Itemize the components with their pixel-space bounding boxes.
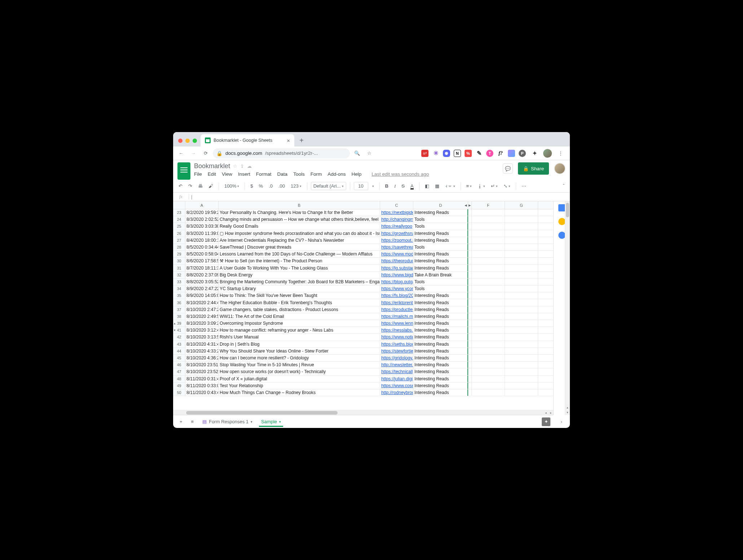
cell[interactable]: Interesting Reads bbox=[413, 348, 468, 354]
cell[interactable] bbox=[468, 327, 472, 333]
star-doc-icon[interactable]: ☆ bbox=[233, 163, 237, 169]
more-formats-button[interactable]: 123▾ bbox=[289, 182, 303, 190]
close-window-icon[interactable] bbox=[178, 139, 183, 143]
cell[interactable] bbox=[472, 382, 505, 389]
cell[interactable] bbox=[472, 251, 505, 257]
cell[interactable] bbox=[505, 313, 538, 320]
extensions-menu-icon[interactable]: ✦ bbox=[529, 148, 540, 158]
row-header[interactable]: 46 bbox=[173, 362, 185, 368]
row-header[interactable]: 42 bbox=[173, 334, 185, 340]
menu-file[interactable]: File bbox=[194, 171, 202, 177]
cell[interactable] bbox=[468, 292, 472, 299]
cell[interactable]: https://theproduc bbox=[380, 258, 413, 264]
cell[interactable] bbox=[505, 299, 538, 306]
cell[interactable] bbox=[505, 320, 538, 327]
cell[interactable]: Tools bbox=[413, 279, 468, 285]
cell[interactable] bbox=[472, 306, 505, 313]
menu-help[interactable]: Help bbox=[351, 171, 361, 177]
maximize-window-icon[interactable] bbox=[193, 139, 197, 143]
cell[interactable]: Drop in | Seth's Blog bbox=[219, 341, 380, 347]
cell[interactable] bbox=[468, 237, 472, 244]
cell[interactable]: 8/3/2020 3:03:30 bbox=[185, 223, 219, 229]
cell[interactable]: Are Internet Credentials Replacing the C… bbox=[219, 237, 380, 244]
cell[interactable] bbox=[468, 313, 472, 320]
cell[interactable] bbox=[505, 216, 538, 223]
cell[interactable]: Interesting Reads bbox=[413, 209, 468, 216]
group-collapse-icon[interactable]: ◂ bbox=[465, 202, 467, 208]
cell[interactable]: WW11: The Art of the Cold Email bbox=[219, 313, 380, 320]
collapse-toolbar-button[interactable]: ˆ bbox=[561, 182, 566, 190]
italic-button[interactable]: I bbox=[392, 182, 397, 190]
cell[interactable]: 8/10/2020 3:09:2 bbox=[185, 320, 219, 327]
row-header[interactable]: 48 bbox=[173, 376, 185, 382]
redo-button[interactable]: ↷ bbox=[186, 182, 194, 190]
cell[interactable] bbox=[505, 376, 538, 382]
cell[interactable]: Your Personality Is Changing. Here's How… bbox=[219, 209, 380, 216]
cell[interactable] bbox=[468, 285, 472, 292]
cell[interactable]: https://nextbigide bbox=[380, 209, 413, 216]
cell[interactable]: Big Desk Energy bbox=[219, 272, 380, 278]
cell[interactable]: Take A Brain Break bbox=[413, 272, 468, 278]
cell[interactable] bbox=[472, 223, 505, 229]
row-header[interactable]: 37 bbox=[173, 306, 185, 313]
cell[interactable] bbox=[468, 265, 472, 271]
row-header[interactable]: 44 bbox=[173, 348, 185, 354]
cell[interactable] bbox=[468, 279, 472, 285]
back-button[interactable]: ← bbox=[176, 148, 186, 158]
cell[interactable]: https://www.cose bbox=[380, 382, 413, 389]
cell[interactable]: 8/11/2020 0:33:0 bbox=[185, 382, 219, 389]
cell[interactable] bbox=[505, 230, 538, 237]
cell[interactable] bbox=[505, 265, 538, 271]
cell[interactable] bbox=[468, 272, 472, 278]
cell[interactable] bbox=[505, 306, 538, 313]
cell[interactable]: 8/9/2020 2:47:22 bbox=[185, 285, 219, 292]
extension-icon[interactable]: f? bbox=[497, 150, 504, 157]
cell[interactable]: https://julian.digi bbox=[380, 376, 413, 382]
cell[interactable] bbox=[472, 237, 505, 244]
cell[interactable]: Overcoming Impostor Syndrome bbox=[219, 320, 380, 327]
cell[interactable]: The Higher Education Bubble - Erik Toren… bbox=[219, 299, 380, 306]
cell[interactable]: Interesting Reads bbox=[413, 313, 468, 320]
decrease-decimal-button[interactable]: .0 bbox=[267, 182, 274, 190]
sheet-tab-sample[interactable]: Sample▾ bbox=[258, 417, 285, 426]
row-header[interactable]: 28 bbox=[173, 244, 185, 250]
cell[interactable]: 8/10/2020 3:13:5 bbox=[185, 334, 219, 340]
cell[interactable]: 8/10/2020 3:12:4 bbox=[185, 327, 219, 333]
cell[interactable] bbox=[468, 341, 472, 347]
cell[interactable]: How Much Things Can Change – Rodney Broo… bbox=[219, 389, 380, 396]
forward-button[interactable]: → bbox=[188, 148, 198, 158]
cell[interactable]: 8/7/2020 18:11:3 bbox=[185, 265, 219, 271]
row-header[interactable]: 38 bbox=[173, 313, 185, 320]
cell[interactable]: https://www.notio bbox=[380, 334, 413, 340]
cell[interactable] bbox=[468, 334, 472, 340]
font-size-dd[interactable]: ▾ bbox=[370, 183, 376, 189]
cell[interactable] bbox=[505, 362, 538, 368]
cell[interactable]: Interesting Reads bbox=[413, 355, 468, 361]
cell[interactable]: Interesting Reads bbox=[413, 362, 468, 368]
cell[interactable]: Interesting Reads bbox=[413, 258, 468, 264]
menu-format[interactable]: Format bbox=[256, 171, 272, 177]
cell[interactable]: https://stewfortie bbox=[380, 348, 413, 354]
all-sheets-button[interactable]: ≡ bbox=[188, 417, 198, 426]
calendar-icon[interactable] bbox=[558, 204, 566, 211]
row-header[interactable]: 32 bbox=[173, 272, 185, 278]
cell[interactable]: Interesting Reads bbox=[413, 320, 468, 327]
cell[interactable]: A User Guide To Working With You - The L… bbox=[219, 265, 380, 271]
cell[interactable]: Interesting Reads bbox=[413, 376, 468, 382]
strikethrough-button[interactable]: S bbox=[400, 182, 406, 190]
cell[interactable] bbox=[505, 244, 538, 250]
extension-icon[interactable]: T bbox=[486, 150, 493, 157]
cell[interactable] bbox=[472, 292, 505, 299]
cell[interactable]: Interesting Reads bbox=[413, 292, 468, 299]
cell[interactable] bbox=[472, 327, 505, 333]
cell[interactable] bbox=[472, 244, 505, 250]
cell[interactable]: Interesting Reads bbox=[413, 341, 468, 347]
last-edit-link[interactable]: Last edit was seconds ago bbox=[372, 171, 429, 177]
group-expand-icon[interactable]: ▸ bbox=[469, 202, 471, 208]
cell[interactable] bbox=[505, 327, 538, 333]
cell[interactable] bbox=[472, 272, 505, 278]
cell[interactable]: 8/5/2020 0:58:04 bbox=[185, 251, 219, 257]
cell[interactable]: http://newsletter. bbox=[380, 362, 413, 368]
row-header[interactable]: 25 bbox=[173, 223, 185, 229]
cell[interactable] bbox=[505, 285, 538, 292]
